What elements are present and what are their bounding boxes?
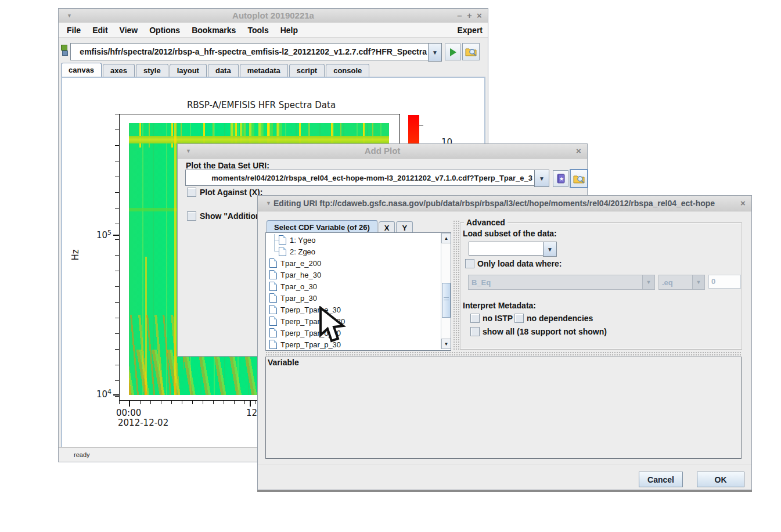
x-major-tick-0000 (129, 400, 130, 407)
only-load-checkbox[interactable] (465, 259, 474, 268)
tree-item[interactable]: Tpar_o_30 (269, 281, 451, 292)
tab-console[interactable]: console (326, 64, 369, 77)
tree-item-label: Tpar_e_200 (280, 259, 321, 268)
no-dependencies-checkbox[interactable] (514, 314, 524, 323)
cdf-variable-icon (269, 258, 277, 268)
load-subset-label: Load subset of the data: (463, 229, 557, 238)
datasource-layers-icon[interactable] (61, 45, 67, 51)
no-istp-checkbox[interactable] (470, 314, 480, 323)
uri-input[interactable]: emfisis/hfr/spectra/2012/rbsp-a_hfr-spec… (70, 43, 429, 60)
cdf-variable-icon (269, 340, 277, 349)
tree-item[interactable]: Tperp_Tpar_e_30 (269, 304, 451, 315)
cancel-label: Cancel (647, 475, 674, 484)
scrollbar-thumb[interactable] (442, 283, 451, 318)
add-plot-title: Add Plot (178, 144, 587, 158)
tree-item[interactable]: Tpar_p_30 (269, 292, 451, 304)
cdf-variable-icon (269, 293, 277, 303)
plot-go-button[interactable] (445, 44, 461, 60)
tab-style[interactable]: style (136, 64, 168, 77)
dataset-uri-dropdown[interactable]: ▼ (534, 170, 549, 187)
uri-text: emfisis/hfr/spectra/2012/rbsp-a_hfr-spec… (80, 44, 427, 60)
main-titlebar[interactable]: ▼ Autoplot 20190221a –+× (59, 9, 488, 23)
ok-button[interactable]: OK (697, 472, 744, 487)
plot-against-label: Plot Against (X): (200, 188, 262, 197)
scroll-up-button[interactable]: ▲ (441, 233, 451, 243)
tree-item[interactable]: Tperp_Tpar_p_30 (269, 339, 451, 350)
show-all-checkbox[interactable] (470, 327, 480, 336)
tab-layout[interactable]: layout (170, 64, 207, 77)
menu-view[interactable]: View (114, 26, 144, 35)
datasource-layers-icon2 (62, 51, 68, 56)
cdf-variable-tree[interactable]: 1: Ygeo 2: Zgeo Tpar_e_200 Tpar_he_30 Tp… (265, 232, 451, 351)
screen: { "icons": { "shade": "▼", "close": "×",… (0, 0, 781, 532)
where-field-combobox[interactable]: B_Eq ▼ (468, 275, 655, 290)
cdf-variable-icon (279, 247, 286, 256)
vertical-splitter[interactable] (453, 220, 459, 350)
tab-axes[interactable]: axes (103, 64, 135, 77)
editing-titlebar[interactable]: ▼ Editing URI ftp://cdaweb.gsfc.nasa.gov… (258, 196, 751, 211)
where-op-combobox[interactable]: .eq ▼ (658, 275, 705, 290)
where-value-field[interactable]: 0 (708, 275, 741, 289)
subset-combobox[interactable] (469, 242, 544, 256)
cdf-variable-icon (269, 282, 277, 291)
scroll-up-icon: ▲ (444, 236, 449, 241)
variable-panel-label: Variable (266, 357, 741, 367)
tree-item[interactable]: 2: Zgeo (269, 246, 451, 257)
tab-canvas[interactable]: canvas (61, 63, 102, 77)
tree-item[interactable]: Tperp_Tpar_he_30 (269, 315, 451, 327)
where-value: 0 (711, 277, 715, 286)
tree-item[interactable]: Tpar_e_200 (269, 257, 451, 269)
menu-file[interactable]: File (61, 26, 87, 35)
inspect-uri-button[interactable] (462, 43, 480, 60)
ytick-1e5: 105 (87, 229, 111, 240)
mouse-cursor-icon (318, 306, 347, 344)
cdf-variable-icon (269, 328, 277, 337)
tree-item-label: 1: Ygeo (290, 236, 316, 245)
close-button[interactable]: × (574, 144, 584, 158)
tree-item-label: Tpar_p_30 (280, 294, 317, 303)
menu-tools[interactable]: Tools (242, 26, 274, 35)
close-button[interactable]: × (738, 196, 748, 211)
tab-data[interactable]: data (208, 64, 239, 77)
tree-item[interactable]: Tperp_Tpar_o_30 (269, 327, 451, 339)
show-additional-label: Show "Addition (200, 211, 261, 221)
minimize-button[interactable]: – (455, 9, 465, 23)
y-axis-label: Hz (70, 249, 81, 260)
xtick-12: 12 (246, 408, 257, 418)
folder-magnifier-icon (465, 46, 477, 57)
tab-script[interactable]: script (289, 64, 325, 77)
show-additional-checkbox[interactable] (187, 211, 196, 221)
maximize-button[interactable]: + (465, 9, 474, 23)
horizontal-splitter[interactable] (265, 351, 742, 357)
menu-help[interactable]: Help (275, 26, 304, 35)
scroll-down-button[interactable]: ▼ (441, 339, 451, 349)
tab-metadata[interactable]: metadata (240, 64, 288, 77)
expert-mode-label[interactable]: Expert (457, 26, 488, 35)
bookmarks-button[interactable]: ★ (553, 170, 568, 187)
close-button[interactable]: × (474, 9, 484, 23)
dataset-uri-input[interactable]: moments/rel04/2012/rbspa_rel04_ect-hope-… (185, 170, 535, 186)
folder-magnifier-icon (573, 174, 585, 184)
plot-against-checkbox[interactable] (187, 188, 196, 197)
add-plot-titlebar[interactable]: ▼ Add Plot × (178, 144, 587, 159)
xtick-0000: 00:00 (116, 408, 141, 418)
subset-dropdown-button[interactable]: ▼ (543, 242, 557, 257)
window-title: Autoplot 20190221a (59, 9, 488, 23)
menu-edit[interactable]: Edit (87, 26, 113, 35)
menu-options[interactable]: Options (143, 26, 186, 35)
menu-bar: File Edit View Options Bookmarks Tools H… (59, 23, 488, 38)
tree-item[interactable]: Tpar_he_30 (269, 269, 451, 281)
chevron-down-icon: ▼ (696, 279, 701, 285)
menu-bookmarks[interactable]: Bookmarks (186, 26, 242, 35)
cancel-button[interactable]: Cancel (639, 472, 683, 487)
tree-item-label: Tpar_he_30 (280, 271, 321, 279)
tree-item[interactable]: 1: Ygeo (269, 234, 451, 246)
window-shade-icon[interactable]: ▼ (266, 200, 271, 206)
cdf-variable-icon (269, 270, 277, 279)
variable-panel: Variable (265, 357, 742, 459)
uri-dropdown-button[interactable]: ▼ (428, 43, 442, 62)
inspect-uri-button[interactable] (570, 169, 588, 188)
cdf-variable-icon (269, 317, 277, 326)
chevron-down-icon: ▼ (432, 49, 438, 56)
tree-scrollbar[interactable]: ▲ ▼ (441, 233, 451, 349)
